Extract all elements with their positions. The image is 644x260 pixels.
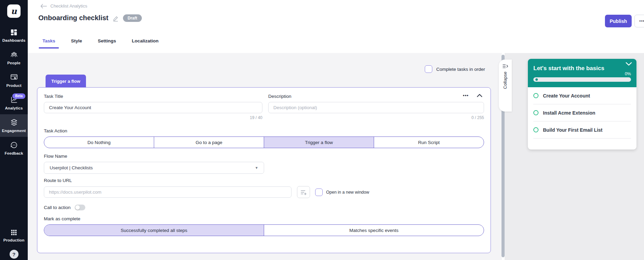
help-icon[interactable]: ? bbox=[10, 250, 18, 259]
sidebar-item-label: Feedback bbox=[5, 151, 23, 155]
checklist-title: Let's start with the basics bbox=[533, 65, 604, 72]
flow-name-label: Flow Name bbox=[44, 154, 484, 159]
call-to-action-toggle[interactable] bbox=[75, 205, 85, 210]
checklist-items: Create Your Account Install Acme Extensi… bbox=[528, 87, 636, 150]
call-to-action-row: Call to action bbox=[44, 205, 484, 210]
sidebar-item-product[interactable]: Product bbox=[0, 69, 28, 92]
task-action-do-nothing[interactable]: Do Nothing bbox=[44, 137, 154, 148]
chevron-down-icon[interactable] bbox=[626, 62, 632, 66]
description-input[interactable] bbox=[268, 102, 484, 113]
route-url-label: Route to URL bbox=[44, 178, 484, 183]
more-icon: ••• bbox=[639, 19, 644, 24]
sidebar-item-engagement[interactable]: Engagement bbox=[0, 114, 28, 137]
people-icon bbox=[10, 51, 18, 59]
collapse-card-icon[interactable] bbox=[477, 94, 482, 97]
open-new-window-label: Open in a new window bbox=[326, 190, 369, 195]
mark-complete-label: Mark as complete bbox=[44, 216, 484, 221]
add-attribute-button[interactable] bbox=[297, 186, 310, 198]
checklist-item-label: Build Your First Email List bbox=[543, 127, 603, 133]
sidebar-item-label: Dashboards bbox=[2, 38, 25, 42]
sidebar-item-label: Production bbox=[3, 238, 25, 242]
complete-tasks-in-order[interactable]: Complete tasks in order bbox=[425, 65, 485, 73]
sidebar-bottom: Production ? bbox=[0, 224, 28, 260]
sidebar-item-label: Analytics bbox=[5, 106, 23, 110]
status-badge: Draft bbox=[123, 14, 141, 22]
checklist-item-label: Create Your Account bbox=[543, 93, 590, 99]
app-logo[interactable]: u bbox=[7, 4, 21, 18]
sidebar: u Dashboards People Product Beta Ana bbox=[0, 0, 28, 260]
tab-localization[interactable]: Localization bbox=[132, 38, 159, 49]
task-action-go-to-page[interactable]: Go to a page bbox=[154, 137, 264, 148]
task-more-icon[interactable]: ••• bbox=[463, 93, 469, 98]
flow-name-select[interactable]: Userpilot | Checklists ▼ bbox=[44, 162, 264, 174]
trigger-flow-tab-button[interactable]: Trigger a flow bbox=[46, 75, 86, 88]
back-arrow-icon[interactable] bbox=[40, 4, 47, 9]
publish-button[interactable]: Publish bbox=[605, 15, 632, 27]
header-more-button[interactable]: ••• bbox=[634, 15, 644, 27]
flow-name-value: Userpilot | Checklists bbox=[50, 165, 93, 170]
route-url-row: Open in a new window bbox=[44, 186, 484, 198]
sidebar-item-label: Engagement bbox=[2, 129, 26, 133]
sidebar-item-analytics[interactable]: Beta Analytics bbox=[0, 92, 28, 114]
task-card-actions: ••• bbox=[463, 93, 482, 98]
collapse-label: Collapse bbox=[503, 72, 508, 89]
mark-complete-segmented: Successfully completed all steps Matches… bbox=[44, 224, 484, 236]
task-title-label: Task Title bbox=[44, 94, 262, 99]
sidebar-item-people[interactable]: People bbox=[0, 47, 28, 69]
production-icon bbox=[10, 229, 17, 236]
header: Checklist Analytics Onboarding checklist… bbox=[28, 0, 644, 53]
checklist-item[interactable]: Build Your First Email List bbox=[533, 121, 631, 139]
task-action-label: Task Action bbox=[44, 128, 484, 133]
sidebar-item-label: People bbox=[7, 61, 20, 65]
preview-panel: Let's start with the basics 0% Create Yo… bbox=[505, 53, 644, 260]
progress-indicator bbox=[535, 78, 538, 81]
tab-settings[interactable]: Settings bbox=[98, 38, 116, 49]
breadcrumb[interactable]: Checklist Analytics bbox=[40, 3, 87, 9]
caret-down-icon: ▼ bbox=[255, 166, 258, 170]
edit-pencil-icon[interactable] bbox=[113, 16, 119, 22]
tab-style[interactable]: Style bbox=[71, 38, 82, 49]
task-action-segmented: Do Nothing Go to a page Trigger a flow R… bbox=[44, 136, 484, 148]
sidebar-item-feedback[interactable]: Feedback bbox=[0, 137, 28, 159]
sidebar-item-label: Product bbox=[6, 83, 21, 88]
mark-complete-specific-events[interactable]: Matches specific events bbox=[264, 225, 484, 236]
open-new-window-checkbox[interactable] bbox=[315, 188, 323, 196]
call-to-action-label: Call to action bbox=[44, 205, 71, 210]
page-title: Onboarding checklist bbox=[38, 14, 108, 22]
tab-bar: Tasks Style Settings Localization bbox=[42, 38, 159, 49]
open-new-window[interactable]: Open in a new window bbox=[315, 188, 369, 196]
task-title-field: Task Title 19 / 40 bbox=[44, 94, 262, 120]
task-circle-icon bbox=[533, 127, 538, 132]
route-url-input[interactable] bbox=[44, 186, 292, 198]
task-action-trigger-flow[interactable]: Trigger a flow bbox=[264, 137, 374, 148]
progress-bar bbox=[533, 77, 631, 82]
main-content: Complete tasks in order Trigger a flow •… bbox=[28, 53, 502, 260]
checklist-item[interactable]: Install Acme Extension bbox=[533, 104, 631, 121]
task-title-input[interactable] bbox=[44, 102, 262, 113]
complete-tasks-label: Complete tasks in order bbox=[436, 67, 485, 72]
checklist-item[interactable]: Create Your Account bbox=[533, 87, 631, 104]
title-description-row: Task Title 19 / 40 Description 0 / 255 bbox=[44, 94, 484, 120]
checklist-item-label: Install Acme Extension bbox=[543, 110, 595, 116]
title-row: Onboarding checklist Draft bbox=[38, 14, 142, 22]
complete-tasks-checkbox[interactable] bbox=[425, 65, 432, 73]
breadcrumb-label[interactable]: Checklist Analytics bbox=[50, 3, 87, 9]
description-counter: 0 / 255 bbox=[268, 115, 484, 120]
description-field: Description 0 / 255 bbox=[268, 94, 484, 120]
task-circle-icon bbox=[533, 93, 538, 98]
progress-percent: 0% bbox=[625, 72, 631, 76]
task-card: ••• Task Title 19 / 40 Description 0 / 2… bbox=[37, 87, 491, 253]
sidebar-item-dashboards[interactable]: Dashboards bbox=[0, 24, 28, 47]
task-title-counter: 19 / 40 bbox=[44, 115, 262, 120]
feedback-icon bbox=[10, 141, 18, 149]
mark-complete-all-steps[interactable]: Successfully completed all steps bbox=[44, 225, 264, 236]
description-label: Description bbox=[268, 94, 484, 99]
task-action-run-script[interactable]: Run Script bbox=[374, 137, 484, 148]
beta-badge: Beta bbox=[12, 93, 25, 99]
sidebar-nav: Dashboards People Product Beta Analytics bbox=[0, 24, 28, 159]
sidebar-item-production[interactable]: Production bbox=[0, 224, 28, 247]
tab-tasks[interactable]: Tasks bbox=[42, 38, 55, 49]
collapse-panel-tab[interactable]: Collapse bbox=[499, 60, 512, 112]
checklist-preview-header: Let's start with the basics 0% bbox=[528, 59, 636, 87]
task-circle-icon bbox=[533, 110, 538, 115]
